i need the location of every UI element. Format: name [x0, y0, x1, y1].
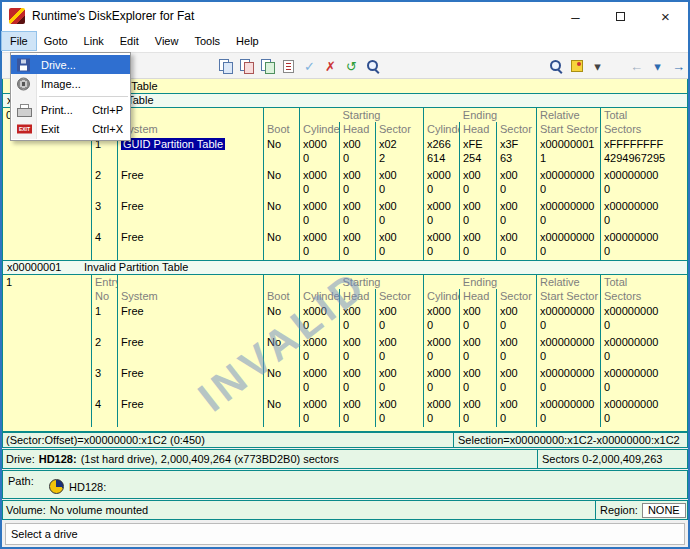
- menu-item-drive[interactable]: Drive...: [11, 55, 130, 74]
- value-cell[interactable]: x000: [375, 334, 423, 365]
- value-cell[interactable]: x000000000: [536, 303, 600, 334]
- boot-cell[interactable]: No: [263, 229, 299, 260]
- value-cell[interactable]: x0000: [299, 136, 339, 167]
- value-cell[interactable]: x000000000: [536, 396, 600, 427]
- entry-cell[interactable]: 2: [91, 167, 117, 198]
- value-cell[interactable]: x000: [496, 396, 536, 427]
- boot-cell[interactable]: No: [263, 334, 299, 365]
- partition-entry-row[interactable]: 2 Free No x0000x000x000x0000x000x000x000…: [3, 167, 687, 198]
- value-cell[interactable]: x000: [339, 365, 375, 396]
- value-cell[interactable]: x0000: [299, 303, 339, 334]
- value-cell[interactable]: x000: [459, 167, 496, 198]
- menu-link[interactable]: Link: [76, 32, 112, 50]
- menu-file[interactable]: File: [2, 32, 36, 50]
- entry-cell[interactable]: 2: [91, 334, 117, 365]
- menu-item-exit[interactable]: Exit Ctrl+X: [11, 119, 130, 138]
- value-cell[interactable]: x022: [375, 136, 423, 167]
- value-cell[interactable]: x0000: [423, 167, 459, 198]
- system-cell[interactable]: Free: [117, 167, 263, 198]
- partition-entry-row[interactable]: 1 Free No x0000x000x000x0000x000x000x000…: [3, 303, 687, 334]
- value-cell[interactable]: x000: [496, 198, 536, 229]
- value-cell[interactable]: x000000000: [536, 229, 600, 260]
- value-cell[interactable]: x000: [339, 334, 375, 365]
- menu-tools[interactable]: Tools: [186, 32, 228, 50]
- apply-changes-icon[interactable]: ✓: [299, 56, 320, 77]
- back-icon[interactable]: ←: [626, 56, 647, 77]
- partition-entry-row[interactable]: 4 Free No x0000x000x000x0000x000x000x000…: [3, 229, 687, 260]
- value-cell[interactable]: x0000: [423, 365, 459, 396]
- fill-icon[interactable]: [257, 56, 278, 77]
- boot-cell[interactable]: No: [263, 303, 299, 334]
- menu-help[interactable]: Help: [228, 32, 267, 50]
- value-cell[interactable]: x000: [339, 303, 375, 334]
- entry-cell[interactable]: 4: [91, 396, 117, 427]
- value-cell[interactable]: x000000000: [600, 334, 687, 365]
- boot-cell[interactable]: No: [263, 198, 299, 229]
- entry-cell[interactable]: 4: [91, 229, 117, 260]
- value-cell[interactable]: x0000: [423, 396, 459, 427]
- entry-cell[interactable]: 3: [91, 365, 117, 396]
- value-cell[interactable]: x000: [459, 198, 496, 229]
- value-cell[interactable]: x0000: [423, 229, 459, 260]
- system-cell[interactable]: Free: [117, 229, 263, 260]
- value-cell[interactable]: x000: [375, 396, 423, 427]
- system-cell[interactable]: GUID Partition Table: [117, 136, 263, 167]
- minimize-button[interactable]: –: [553, 2, 598, 30]
- bookmark-icon[interactable]: [566, 56, 587, 77]
- value-cell[interactable]: x000000000: [600, 396, 687, 427]
- value-cell[interactable]: x0000: [299, 167, 339, 198]
- entry-cell[interactable]: 3: [91, 198, 117, 229]
- value-cell[interactable]: x000: [339, 396, 375, 427]
- value-cell[interactable]: x000000000: [600, 229, 687, 260]
- boot-cell[interactable]: No: [263, 365, 299, 396]
- value-cell[interactable]: x0000: [299, 334, 339, 365]
- value-cell[interactable]: xFFFFFFFF4294967295: [600, 136, 687, 167]
- value-cell[interactable]: x000: [339, 229, 375, 260]
- value-cell[interactable]: x000: [339, 167, 375, 198]
- value-cell[interactable]: x3F63: [496, 136, 536, 167]
- value-cell[interactable]: xFE254: [459, 136, 496, 167]
- value-cell[interactable]: x000000011: [536, 136, 600, 167]
- value-cell[interactable]: x000: [375, 229, 423, 260]
- value-cell[interactable]: x000000000: [600, 167, 687, 198]
- search-icon[interactable]: [545, 56, 566, 77]
- maximize-button[interactable]: [598, 2, 643, 30]
- value-cell[interactable]: x000000000: [536, 198, 600, 229]
- value-cell[interactable]: x000: [496, 334, 536, 365]
- partition-entry-row[interactable]: 4 Free No x0000x000x000x0000x000x000x000…: [3, 396, 687, 427]
- back-history-icon[interactable]: ▾: [647, 56, 668, 77]
- undo-icon[interactable]: ↺: [341, 56, 362, 77]
- value-cell[interactable]: x000: [339, 198, 375, 229]
- boot-cell[interactable]: No: [263, 396, 299, 427]
- partition-entry-row[interactable]: 2 Free No x0000x000x000x0000x000x000x000…: [3, 334, 687, 365]
- menu-goto[interactable]: Goto: [36, 32, 76, 50]
- system-cell[interactable]: Free: [117, 365, 263, 396]
- value-cell[interactable]: x0000: [299, 198, 339, 229]
- value-cell[interactable]: x000000000: [536, 167, 600, 198]
- value-cell[interactable]: x000000000: [600, 365, 687, 396]
- paste-icon[interactable]: [236, 56, 257, 77]
- copy-icon[interactable]: [215, 56, 236, 77]
- close-button[interactable]: ×: [643, 2, 688, 30]
- value-cell[interactable]: x000: [496, 167, 536, 198]
- value-cell[interactable]: x000: [496, 229, 536, 260]
- menu-item-print[interactable]: Print... Ctrl+P: [11, 100, 130, 119]
- value-cell[interactable]: x000: [496, 365, 536, 396]
- bookmark-dropdown-icon[interactable]: ▾: [587, 56, 608, 77]
- menu-edit[interactable]: Edit: [112, 32, 147, 50]
- value-cell[interactable]: x000: [459, 303, 496, 334]
- value-cell[interactable]: x000: [459, 396, 496, 427]
- system-cell[interactable]: Free: [117, 198, 263, 229]
- value-cell[interactable]: x000: [459, 334, 496, 365]
- value-cell[interactable]: x000: [339, 136, 375, 167]
- selected-value[interactable]: GUID Partition Table: [121, 138, 225, 150]
- value-cell[interactable]: x000000000: [600, 198, 687, 229]
- value-cell[interactable]: x0000: [299, 229, 339, 260]
- value-cell[interactable]: x000: [496, 303, 536, 334]
- system-cell[interactable]: Free: [117, 396, 263, 427]
- value-cell[interactable]: x000: [375, 365, 423, 396]
- hex-view-icon[interactable]: [278, 56, 299, 77]
- menu-view[interactable]: View: [147, 32, 187, 50]
- boot-cell[interactable]: No: [263, 167, 299, 198]
- discard-changes-icon[interactable]: ✗: [320, 56, 341, 77]
